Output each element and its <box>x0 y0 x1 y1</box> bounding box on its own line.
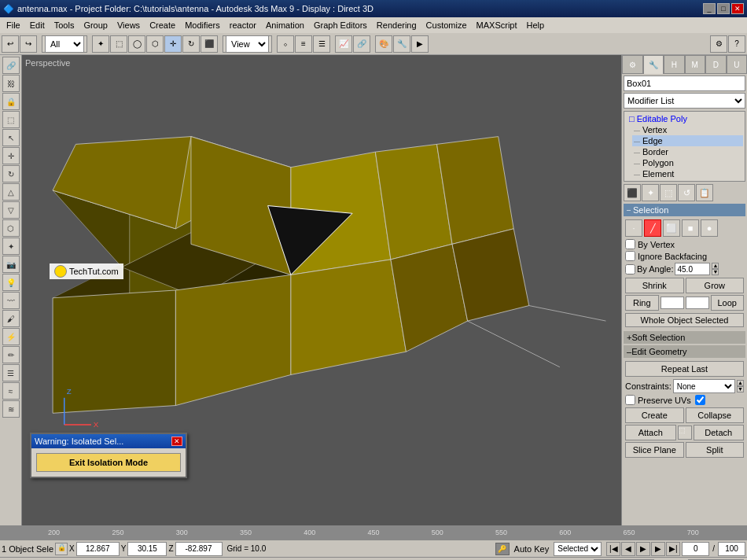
help-button[interactable]: ? <box>728 35 745 53</box>
frame-input[interactable] <box>682 542 709 556</box>
select-tool[interactable]: ✦ <box>92 35 109 53</box>
exit-isolation-button[interactable]: Exit Isolation Mode <box>36 453 181 472</box>
jump-end-btn[interactable]: ▶| <box>666 542 680 556</box>
scale-tool[interactable]: ⬛ <box>201 35 218 53</box>
tree-border[interactable]: — Border <box>632 146 743 157</box>
shrink-button[interactable]: Shrink <box>625 278 684 293</box>
menu-animation[interactable]: Animation <box>261 19 309 31</box>
menu-create[interactable]: Create <box>145 19 180 31</box>
modifier-list-select[interactable]: Modifier List <box>624 93 745 109</box>
hair[interactable]: ≋ <box>2 400 20 418</box>
select-region-circle[interactable]: ◯ <box>128 35 145 53</box>
annotation[interactable]: ✏ <box>2 346 20 363</box>
tab-create[interactable]: ⚙ <box>622 55 643 74</box>
select-obj[interactable]: ↖ <box>2 129 20 146</box>
mirror-tool[interactable]: ⬦ <box>277 35 294 53</box>
repeat-last-button[interactable]: Repeat Last <box>625 361 744 377</box>
attach-settings-button[interactable]: ⬚ <box>678 426 692 440</box>
panel-icon-5[interactable]: 📋 <box>696 184 713 201</box>
selection-section-header[interactable]: – Selection <box>624 204 745 216</box>
selection-filter[interactable]: ⬚ <box>2 111 20 128</box>
create-button[interactable]: Create <box>625 407 684 423</box>
select-region-rect[interactable]: ⬚ <box>110 35 127 53</box>
preserve-uvs-checkbox[interactable] <box>625 395 635 405</box>
next-frame-btn[interactable]: ▶ <box>651 542 665 556</box>
loop-button[interactable]: Loop <box>711 295 745 311</box>
jump-start-btn[interactable]: |◀ <box>606 542 620 556</box>
border-icon[interactable]: ⬜ <box>663 219 680 237</box>
menu-rendering[interactable]: Rendering <box>372 19 421 31</box>
squat-scale[interactable]: ▽ <box>2 201 20 219</box>
view-select[interactable]: View <box>223 35 272 53</box>
viewport-container[interactable]: Perspective <box>22 55 621 525</box>
constraints-down[interactable]: ▼ <box>737 386 744 392</box>
menu-graph-editors[interactable]: Graph Editors <box>309 19 372 31</box>
slice-plane-button[interactable]: Slice Plane <box>625 442 684 458</box>
ring-button[interactable]: Ring <box>625 295 659 311</box>
system[interactable]: ≈ <box>2 382 20 400</box>
align-tool[interactable]: ≡ <box>295 35 312 53</box>
render-setup[interactable]: 🔧 <box>393 35 410 53</box>
tree-polygon[interactable]: — Polygon <box>632 157 743 168</box>
scale[interactable]: △ <box>2 183 20 201</box>
by-vertex-checkbox[interactable] <box>625 239 635 249</box>
attach-button[interactable]: Attach <box>625 425 676 440</box>
nurbs[interactable]: 〰 <box>2 292 20 309</box>
ring-input[interactable] <box>661 297 684 309</box>
menu-modifiers[interactable]: Modifiers <box>180 19 225 31</box>
object-name-input[interactable] <box>624 76 745 91</box>
reactor[interactable]: ⚡ <box>2 328 20 345</box>
edit-geometry-header[interactable]: – Edit Geometry <box>624 345 745 358</box>
total-frames-input[interactable] <box>718 542 745 556</box>
collapse-button[interactable]: Collapse <box>686 407 745 423</box>
prev-frame-btn[interactable]: ◀ <box>621 542 635 556</box>
maximize-button[interactable]: □ <box>717 3 730 14</box>
bind-tool[interactable]: 🔒 <box>2 93 20 110</box>
paint-brush[interactable]: 🖌 <box>2 310 20 327</box>
warning-close-button[interactable]: ✕ <box>171 437 182 446</box>
angle-down-btn[interactable]: ▼ <box>712 269 719 275</box>
select-filter[interactable]: All <box>42 35 87 53</box>
lock-button[interactable]: 🔒 <box>55 543 68 555</box>
minimize-button[interactable]: _ <box>703 3 716 14</box>
material-editor[interactable]: 🎨 <box>375 35 392 53</box>
move[interactable]: ✛ <box>2 147 20 164</box>
menu-views[interactable]: Views <box>112 19 145 31</box>
tree-edge[interactable]: — Edge <box>632 135 743 146</box>
tab-modify[interactable]: 🔧 <box>643 55 664 74</box>
y-coord-input[interactable] <box>127 542 167 556</box>
close-button[interactable]: ✕ <box>731 3 744 14</box>
panel-icon-1[interactable]: ⬛ <box>624 184 641 201</box>
link-tool[interactable]: 🔗 <box>2 57 20 74</box>
ignore-backfacing-checkbox[interactable] <box>625 251 635 261</box>
curve-editor[interactable]: 📈 <box>335 35 352 53</box>
split-button[interactable]: Split <box>686 442 745 458</box>
lights[interactable]: 💡 <box>2 274 20 291</box>
element-icon[interactable]: ● <box>701 219 718 237</box>
panel-icon-2[interactable]: ✦ <box>642 184 659 201</box>
unlink-tool[interactable]: ⛓ <box>2 75 20 92</box>
menu-maxscript[interactable]: MAXScript <box>472 19 522 31</box>
schematic-view[interactable]: 🔗 <box>353 35 370 53</box>
polygon-icon[interactable]: ■ <box>682 219 699 237</box>
panel-icon-4[interactable]: ↺ <box>678 184 695 201</box>
place-highlight[interactable]: ✦ <box>2 238 20 255</box>
play-btn[interactable]: ▶ <box>636 542 650 556</box>
select-region[interactable]: ⬡ <box>2 219 20 237</box>
by-angle-input[interactable] <box>675 263 710 275</box>
menu-reactor[interactable]: reactor <box>225 19 261 31</box>
helper[interactable]: ☰ <box>2 364 20 381</box>
menu-help[interactable]: Help <box>522 19 550 31</box>
render-button[interactable]: ▶ <box>411 35 429 53</box>
grow-button[interactable]: Grow <box>686 278 745 293</box>
tab-hierarchy[interactable]: H <box>664 55 685 74</box>
detach-button[interactable]: Detach <box>694 425 745 440</box>
rotate[interactable]: ↻ <box>2 165 20 182</box>
tab-utilities[interactable]: U <box>727 55 748 74</box>
selection-dropdown[interactable]: Selected <box>554 542 602 556</box>
modifier-editable-poly[interactable]: □ Editable Poly <box>626 113 743 124</box>
menu-customize[interactable]: Customize <box>421 19 472 31</box>
menu-group[interactable]: Group <box>79 19 112 31</box>
loop-input[interactable] <box>686 297 709 309</box>
menu-edit[interactable]: Edit <box>25 19 50 31</box>
